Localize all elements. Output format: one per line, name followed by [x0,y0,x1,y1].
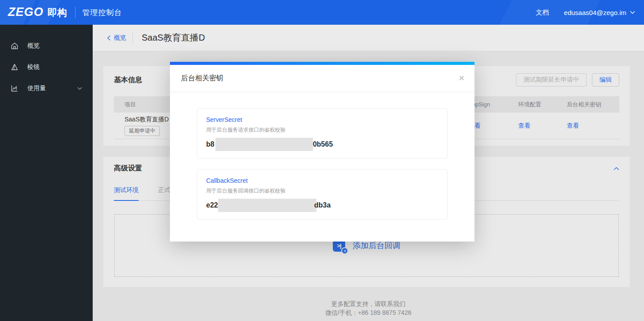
redaction-box [215,138,313,151]
usage-chart-icon [11,84,19,92]
column-header-env: 环境配置 [518,101,567,109]
breadcrumb: 概览 SaaS教育直播D [93,25,644,51]
console-title: 管理控制台 [83,8,122,18]
extend-pending-button: 测试期限延长申请中 [516,73,587,87]
docs-link[interactable]: 文档 [536,8,549,17]
prism-icon [11,63,19,71]
sidebar-item-label: 概览 [27,42,40,50]
callback-icon-glyph: >| [337,242,341,249]
view-secret-link[interactable]: 查看 [567,122,579,129]
tab-test-env[interactable]: 测试环境 [114,186,139,201]
plus-icon: + [341,247,348,254]
basic-info-actions: 测试期限延长申请中 编辑 [516,73,619,87]
secret-value-prefix: b8 [206,140,215,148]
divider [132,33,133,43]
close-icon[interactable]: ✕ [459,75,465,82]
breadcrumb-back[interactable]: 概览 [107,34,126,42]
header-divider [75,7,75,18]
chevron-down-icon [77,87,82,90]
secret-value-suffix: 0b565 [313,140,333,148]
modal-body: ServerSecret 用于后台服务请求接口的鉴权校验 b8 0b565 Ca… [170,92,475,219]
server-secret-link[interactable]: ServerSecret [206,116,438,123]
callback-secret-link[interactable]: CallbackSecret [206,177,438,184]
redaction-box [218,199,316,212]
column-header-secret: 后台相关密钥 [567,101,619,109]
secret-modal: 后台相关密钥 ✕ ServerSecret 用于后台服务请求接口的鉴权校验 b8… [170,62,475,242]
secret-value-suffix: db3a [314,201,331,209]
callback-secret-value: e22 db3a [206,199,438,212]
footer-line2: 微信/手机：+86 189 8875 7426 [93,308,644,317]
page-title: SaaS教育直播D [142,32,205,44]
collapse-chevron-up-icon[interactable] [614,167,619,170]
callback-secret-desc: 用于后台服务回调接口的鉴权校验 [206,187,438,195]
server-secret-desc: 用于后台服务请求接口的鉴权校验 [206,126,438,134]
breadcrumb-back-label: 概览 [114,34,126,42]
top-header: ZEGO 即构 管理控制台 文档 edusaas04@zego.im [0,0,644,25]
section-title: 高级设置 [114,164,142,173]
add-callback-label: 添加后台回调 [353,240,400,251]
edit-button[interactable]: 编辑 [592,73,619,87]
status-badge: 延期申请中 [124,126,160,136]
chevron-left-icon [107,35,111,41]
modal-gradient-bar [170,62,475,65]
header-right: 文档 edusaas04@zego.im [536,8,644,17]
sidebar: 概览 棱镜 使用量 [0,25,93,321]
footer-line1: 更多配置支持，请联系我们 [93,299,644,308]
page-footer: 更多配置支持，请联系我们 微信/手机：+86 189 8875 7426 [93,299,644,317]
app-root: ZEGO 即构 管理控制台 文档 edusaas04@zego.im 概览 棱镜… [0,0,644,321]
view-env-link[interactable]: 查看 [518,122,531,129]
sidebar-item-prism[interactable]: 棱镜 [0,57,93,78]
sidebar-item-usage[interactable]: 使用量 [0,78,93,99]
account-menu[interactable]: edusaas04@zego.im [564,9,635,16]
server-secret-value: b8 0b565 [206,138,438,151]
home-icon [11,42,19,50]
logo-text: ZEGO [8,5,44,19]
sidebar-item-label: 棱镜 [27,63,40,71]
secret-value-prefix: e22 [206,201,218,209]
sidebar-item-label: 使用量 [27,84,46,92]
chevron-down-icon [630,11,635,14]
section-title: 基本信息 [114,76,142,85]
logo-cn-text: 即构 [48,6,67,19]
zego-logo[interactable]: ZEGO 即构 [0,5,67,19]
account-email: edusaas04@zego.im [564,9,626,16]
modal-title: 后台相关密钥 [181,74,223,83]
sidebar-item-overview[interactable]: 概览 [0,35,93,57]
server-secret-card: ServerSecret 用于后台服务请求接口的鉴权校验 b8 0b565 [197,108,448,159]
column-header-appsign: AppSign [468,101,518,108]
callback-secret-card: CallbackSecret 用于后台服务回调接口的鉴权校验 e22 db3a [197,169,448,219]
modal-header: 后台相关密钥 ✕ [170,65,475,92]
